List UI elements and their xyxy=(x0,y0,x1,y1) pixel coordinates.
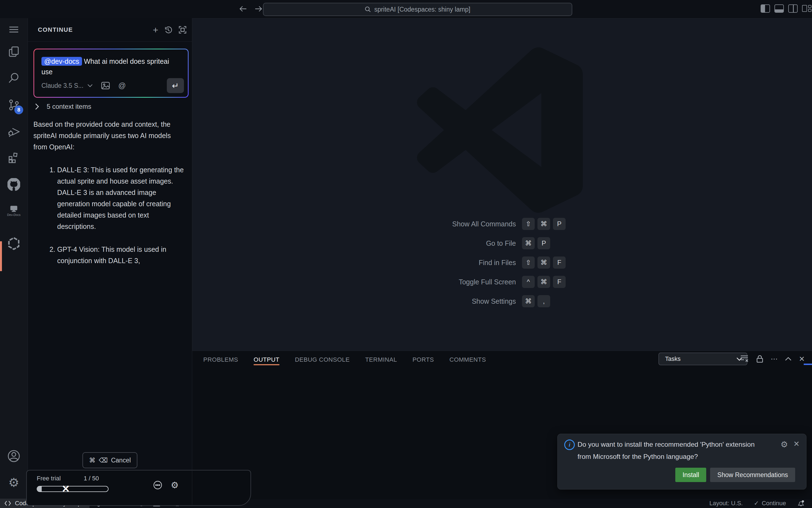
active-item-indicator xyxy=(0,241,2,271)
notification-message: Do you want to install the recommended '… xyxy=(577,438,768,463)
sidebar-item-github[interactable] xyxy=(0,172,28,197)
shortcut-row: Find in Files ⇧⌘F xyxy=(192,256,607,269)
key-cmd: ⌘ xyxy=(537,276,550,288)
key-shift: ⇧ xyxy=(522,218,535,230)
plan-label: Free trial xyxy=(37,475,61,482)
sidebar-item-explorer[interactable] xyxy=(0,39,28,64)
chevron-down-icon[interactable] xyxy=(87,84,93,87)
vscode-logo-watermark xyxy=(414,47,585,213)
shortcut-row: Toggle Full Screen ^⌘F xyxy=(192,276,607,288)
command-center-search[interactable]: spriteAI [Codespaces: shiny lamp] xyxy=(263,3,572,16)
search-icon xyxy=(365,6,371,12)
dev-docs-context-badge[interactable]: @dev-docs xyxy=(41,57,82,66)
chat-input-box[interactable]: @dev-docs What ai model does spriteai us… xyxy=(33,49,189,98)
more-options-icon[interactable] xyxy=(153,480,162,490)
cancel-label: Cancel xyxy=(111,457,131,464)
key-cmd: ⌘ xyxy=(537,256,550,269)
key-cmd: ⌘ xyxy=(522,295,535,307)
continue-panel: CONTINUE + @dev-docs What ai model does … xyxy=(28,18,192,499)
close-panel-icon[interactable]: ✕ xyxy=(799,355,805,363)
maximize-panel-icon[interactable] xyxy=(785,357,791,361)
key-f: F xyxy=(553,276,566,288)
menu-hamburger-icon[interactable] xyxy=(0,17,28,42)
tab-debug-console[interactable]: DEBUG CONSOLE xyxy=(295,351,350,369)
sidebar-item-search[interactable] xyxy=(0,65,28,91)
key-cmd: ⌘ xyxy=(522,237,535,249)
tab-output[interactable]: OUTPUT xyxy=(253,351,279,369)
output-channel-dropdown[interactable]: Tasks xyxy=(658,352,747,365)
key-comma: , xyxy=(537,295,550,307)
sidebar-item-source-control[interactable]: 8 xyxy=(0,92,28,118)
sidebar-item-run-debug[interactable] xyxy=(0,119,28,144)
model-selector[interactable]: Claude 3.5 S... xyxy=(41,82,83,89)
key-shift: ⇧ xyxy=(522,256,535,269)
focus-indicator-line xyxy=(804,364,812,365)
notifications-bell-icon[interactable] xyxy=(797,500,805,507)
title-bar: spriteAI [Codespaces: shiny lamp] xyxy=(0,0,812,18)
settings-gear-icon[interactable]: ⚙ xyxy=(0,470,28,495)
notification-settings-gear-icon[interactable]: ⚙ xyxy=(780,439,788,449)
history-icon[interactable] xyxy=(164,26,173,34)
sidebar-item-dev-docs[interactable]: Dev-Docs xyxy=(0,198,28,224)
trial-progress-bar[interactable]: ✕ xyxy=(37,486,109,492)
trial-progress-fill xyxy=(37,486,42,492)
back-arrow-icon[interactable] xyxy=(238,4,248,14)
panel-more-actions-icon[interactable]: ⋯ xyxy=(771,355,778,363)
image-attach-icon[interactable] xyxy=(101,82,110,89)
search-value: spriteAI [Codespaces: shiny lamp] xyxy=(374,6,470,13)
key-f: F xyxy=(553,256,566,269)
assistant-response: Based on the provided code and context, … xyxy=(33,119,186,278)
notification-toast: i Do you want to install the recommended… xyxy=(557,434,807,490)
usage-count: 1 / 50 xyxy=(84,475,99,482)
panel-title: CONTINUE xyxy=(38,26,73,33)
accounts-icon[interactable] xyxy=(0,443,28,469)
continue-footer-bar: Free trial 1 / 50 ✕ ⚙ xyxy=(26,470,251,506)
clear-output-icon[interactable] xyxy=(740,355,749,363)
install-button[interactable]: Install xyxy=(675,468,706,482)
new-session-icon[interactable]: + xyxy=(153,25,158,35)
sidebar-item-extensions[interactable] xyxy=(0,145,28,171)
check-icon: ✓ xyxy=(754,500,759,507)
key-cmd: ⌘ xyxy=(537,218,550,230)
customize-layout-icon[interactable] xyxy=(802,5,810,12)
layout-indicator[interactable]: Layout: U.S. xyxy=(709,500,743,507)
tab-comments[interactable]: COMMENTS xyxy=(449,351,486,369)
shortcut-row: Show Settings ⌘, xyxy=(192,295,607,307)
tab-problems[interactable]: PROBLEMS xyxy=(203,351,238,369)
lock-output-icon[interactable] xyxy=(756,355,763,363)
cancel-button[interactable]: ⌘ ⌫ Cancel xyxy=(82,452,137,468)
toggle-primary-sidebar-icon[interactable] xyxy=(761,4,770,13)
show-recommendations-button[interactable]: Show Recommendations xyxy=(710,468,795,482)
continue-panel-header: CONTINUE + xyxy=(28,18,192,42)
toggle-secondary-sidebar-icon[interactable] xyxy=(788,4,798,13)
shortcut-row: Show All Commands ⇧⌘P xyxy=(192,218,607,230)
context-items-row[interactable]: 5 context items xyxy=(35,103,91,111)
editor-area: Show All Commands ⇧⌘P Go to File ⌘P Find… xyxy=(192,18,812,351)
response-list-item: GPT-4 Vision: This model is used in conj… xyxy=(57,244,186,266)
key-p: P xyxy=(537,237,550,249)
response-list-item: DALL-E 3: This is used for generating th… xyxy=(57,164,186,232)
cmd-key-glyph: ⌘ xyxy=(89,457,95,464)
vscode-window: spriteAI [Codespaces: shiny lamp] 8 xyxy=(0,0,812,508)
continue-status-item[interactable]: ✓ Continue xyxy=(754,500,786,507)
output-channel-value: Tasks xyxy=(665,355,681,363)
add-context-at-icon[interactable]: @ xyxy=(118,81,126,90)
continue-settings-gear-icon[interactable]: ⚙ xyxy=(171,481,179,490)
notification-close-icon[interactable]: ✕ xyxy=(793,439,800,449)
tab-ports[interactable]: PORTS xyxy=(412,351,434,369)
watermark-shortcuts: Show All Commands ⇧⌘P Go to File ⌘P Find… xyxy=(192,218,607,314)
dev-docs-label: Dev-Docs xyxy=(7,213,21,216)
sidebar-item-continue[interactable] xyxy=(0,231,28,256)
submit-enter-button[interactable]: ↵ xyxy=(167,78,184,93)
shortcut-row: Go to File ⌘P xyxy=(192,237,607,249)
tab-terminal[interactable]: TERMINAL xyxy=(365,351,397,369)
panel-divider xyxy=(192,470,192,505)
toggle-panel-icon[interactable] xyxy=(774,4,784,13)
progress-marker[interactable]: ✕ xyxy=(62,483,70,495)
context-items-label: 5 context items xyxy=(47,103,91,111)
response-intro: Based on the provided code and context, … xyxy=(33,119,186,153)
key-p: P xyxy=(553,218,566,230)
fullscreen-icon[interactable] xyxy=(178,26,187,34)
forward-arrow-icon[interactable] xyxy=(253,4,263,14)
chat-input-text[interactable]: @dev-docs What ai model does spriteai us… xyxy=(34,49,188,77)
